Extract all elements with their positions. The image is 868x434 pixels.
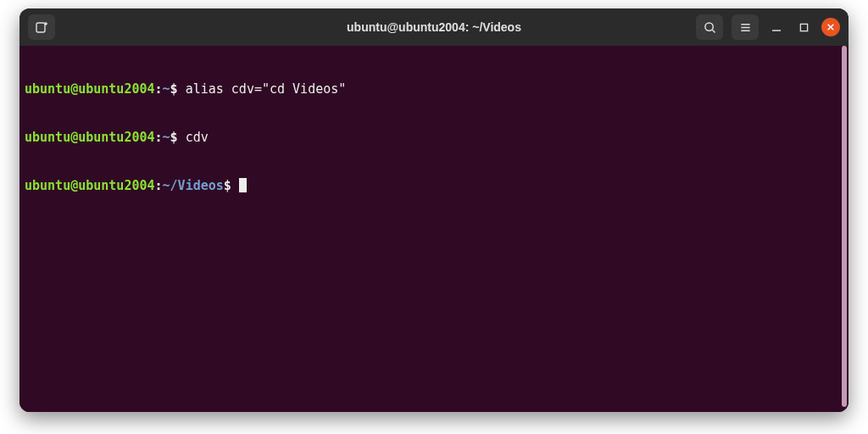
search-button[interactable] bbox=[696, 14, 723, 40]
terminal-line: ubuntu@ubuntu2004:~/Videos$ bbox=[25, 178, 843, 194]
prompt-dollar: $ bbox=[224, 178, 239, 193]
prompt-dollar: $ bbox=[170, 130, 186, 145]
prompt-path: ~ bbox=[163, 130, 170, 145]
svg-point-3 bbox=[704, 22, 712, 30]
terminal-body[interactable]: ubuntu@ubuntu2004:~$ alias cdv="cd Video… bbox=[19, 46, 849, 412]
minimize-icon bbox=[771, 22, 782, 32]
command-text: alias cdv="cd Videos" bbox=[186, 81, 347, 97]
command-text: cdv bbox=[186, 130, 209, 145]
menu-button[interactable] bbox=[732, 14, 759, 40]
new-tab-button[interactable] bbox=[28, 14, 55, 40]
svg-rect-9 bbox=[800, 24, 807, 31]
prompt-path: ~ bbox=[163, 81, 170, 97]
minimize-button[interactable] bbox=[767, 18, 786, 36]
close-icon bbox=[826, 23, 835, 31]
new-tab-icon bbox=[35, 20, 48, 34]
close-button[interactable] bbox=[821, 18, 840, 36]
svg-rect-0 bbox=[36, 23, 45, 32]
prompt-user: ubuntu@ubuntu2004 bbox=[25, 81, 155, 97]
prompt-colon: : bbox=[155, 81, 163, 97]
titlebar: ubuntu@ubuntu2004: ~/Videos bbox=[19, 8, 849, 46]
titlebar-left-group bbox=[28, 14, 55, 40]
terminal-line: ubuntu@ubuntu2004:~$ alias cdv="cd Video… bbox=[25, 81, 843, 97]
terminal-window: ubuntu@ubuntu2004: ~/Videos bbox=[19, 8, 849, 412]
svg-line-4 bbox=[712, 30, 715, 32]
prompt-colon: : bbox=[155, 178, 163, 193]
search-icon bbox=[704, 21, 716, 34]
terminal-cursor bbox=[239, 178, 247, 192]
prompt-path: ~/Videos bbox=[163, 178, 224, 193]
terminal-line: ubuntu@ubuntu2004:~$ cdv bbox=[25, 130, 843, 146]
hamburger-icon bbox=[739, 21, 752, 34]
prompt-user: ubuntu@ubuntu2004 bbox=[25, 178, 155, 193]
prompt-dollar: $ bbox=[170, 81, 186, 97]
maximize-icon bbox=[799, 23, 809, 32]
maximize-button[interactable] bbox=[794, 18, 813, 36]
scrollbar[interactable] bbox=[842, 46, 847, 407]
titlebar-right-group bbox=[696, 14, 840, 40]
prompt-user: ubuntu@ubuntu2004 bbox=[25, 130, 155, 145]
prompt-colon: : bbox=[155, 130, 163, 145]
